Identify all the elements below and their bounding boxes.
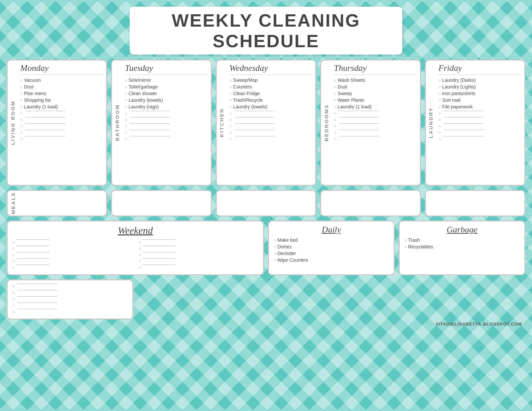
list-item xyxy=(439,117,521,122)
list-item: Dishes xyxy=(274,244,389,249)
meals-empty-4 xyxy=(425,190,525,216)
meals-label-card: MEALS xyxy=(7,190,107,216)
extra-card xyxy=(7,279,133,320)
tuesday-tasks: Sink/mirror Toilet/garbage Clean shower … xyxy=(125,77,207,141)
list-item xyxy=(20,111,103,116)
daily-card: Daily Make bed Dishes Declutter Wipe Cou… xyxy=(268,220,395,275)
weekend-col1 xyxy=(12,239,132,271)
list-item xyxy=(20,130,103,135)
list-item xyxy=(12,265,132,270)
list-item: Vacuum xyxy=(20,77,103,83)
list-item: Counters xyxy=(229,84,312,89)
thursday-tasks: Wash Sheets Dust Sweep Water Plants Laun… xyxy=(334,77,416,141)
list-item: Make bed xyxy=(274,237,389,243)
friday-card: LAUNDRY Friday Laundry (Darks) Laundry (… xyxy=(425,60,525,186)
monday-tasks: Vacuum Dust Plan menu Shopping list Laun… xyxy=(20,77,103,141)
list-item xyxy=(12,296,128,301)
list-item: Laundry (Lights) xyxy=(439,84,521,89)
days-grid: LIVING ROOM Monday Vacuum Dust Plan menu… xyxy=(7,60,525,186)
list-item xyxy=(439,130,521,135)
list-item xyxy=(12,252,132,257)
garbage-tasks: Trash Recyclables xyxy=(404,237,520,249)
friday-label-vertical: LAUNDRY xyxy=(426,61,436,185)
wednesday-tasks: Sweep/Mop Counters Clean Fridge Trash/Re… xyxy=(229,77,312,141)
wednesday-title: Wednesday xyxy=(229,63,312,75)
monday-card: LIVING ROOM Monday Vacuum Dust Plan menu… xyxy=(7,60,107,186)
list-item xyxy=(334,130,416,135)
list-item xyxy=(139,265,258,270)
list-item xyxy=(334,117,416,122)
list-item xyxy=(12,303,128,308)
list-item xyxy=(12,239,132,244)
list-item: Water Plants xyxy=(334,97,416,103)
wednesday-card: KITCHEN Wednesday Sweep/Mop Counters Cle… xyxy=(216,60,316,186)
list-item: Laundry (rags) xyxy=(125,104,207,109)
list-item: Laundry (1 load) xyxy=(20,104,103,109)
list-item: Wash Sheets xyxy=(334,77,416,83)
list-item xyxy=(12,309,128,314)
list-item xyxy=(125,111,207,116)
list-item xyxy=(125,130,207,135)
list-item: Laundry (Darks) xyxy=(439,77,521,83)
list-item: Recyclables xyxy=(404,244,520,249)
list-item xyxy=(125,123,207,128)
list-item: Sweep/Mop xyxy=(229,77,312,83)
meals-empty-2 xyxy=(216,190,316,216)
list-item xyxy=(334,136,416,141)
daily-tasks: Make bed Dishes Declutter Wipe Counters xyxy=(274,237,389,263)
page-title: WEEKLY CLEANING SCHEDULE xyxy=(140,10,392,51)
list-item xyxy=(439,136,521,141)
list-item xyxy=(12,258,132,263)
list-item xyxy=(125,117,207,122)
list-item: Dust xyxy=(20,84,103,89)
list-item: Plan menu xyxy=(20,91,103,96)
weekend-title: Weekend xyxy=(12,225,258,236)
list-item xyxy=(439,123,521,128)
list-item: Dust xyxy=(334,84,416,89)
meals-empty-3 xyxy=(320,190,421,216)
list-item xyxy=(229,130,312,135)
list-item: Trash xyxy=(404,237,520,243)
garbage-title: Garbage xyxy=(404,225,520,235)
tuesday-card: BATHROOM Tuesday Sink/mirror Toilet/garb… xyxy=(111,60,211,186)
list-item: File paperwork xyxy=(439,104,521,109)
monday-label-vertical: LIVING ROOM xyxy=(8,61,18,185)
weekend-content xyxy=(12,239,258,271)
list-item: Trash/Recycle xyxy=(229,97,312,103)
meals-label: MEALS xyxy=(10,192,16,214)
list-item xyxy=(139,246,258,251)
wednesday-label-vertical: KITCHEN xyxy=(217,61,227,185)
weekend-card: Weekend xyxy=(7,220,264,275)
meals-row: MEALS xyxy=(7,190,525,216)
bottom-grid: Weekend Daily xyxy=(7,220,525,320)
list-item: Shopping list xyxy=(20,97,103,103)
list-item: Clean shower xyxy=(125,91,207,96)
garbage-card: Garbage Trash Recyclables xyxy=(399,220,525,275)
list-item xyxy=(439,111,521,116)
watermark: VITADIELISABETTA.BLOGSPOT.COM xyxy=(7,322,525,327)
friday-tasks: Laundry (Darks) Laundry (Lights) Iron pa… xyxy=(439,77,521,141)
list-item xyxy=(12,284,128,289)
list-item: Sink/mirror xyxy=(125,77,207,83)
tuesday-title: Tuesday xyxy=(125,63,207,75)
list-item xyxy=(20,117,103,122)
list-item xyxy=(334,111,416,116)
list-item: Sort mail xyxy=(439,97,521,103)
extra-blanks xyxy=(12,284,128,314)
list-item xyxy=(334,123,416,128)
list-item xyxy=(125,136,207,141)
thursday-label-vertical: BEDROOMS xyxy=(321,61,331,185)
friday-title: Friday xyxy=(439,63,521,75)
weekend-col2 xyxy=(139,239,258,271)
list-item xyxy=(20,123,103,128)
list-item xyxy=(12,246,132,251)
list-item: Clean Fridge xyxy=(229,91,312,96)
list-item: Laundry (1 load) xyxy=(334,104,416,109)
list-item xyxy=(139,252,258,257)
meals-empty-1 xyxy=(111,190,211,216)
list-item: Declutter xyxy=(274,251,389,256)
list-item xyxy=(20,136,103,141)
title-box: WEEKLY CLEANING SCHEDULE xyxy=(130,7,402,55)
list-item xyxy=(229,123,312,128)
monday-title: Monday xyxy=(20,63,103,75)
